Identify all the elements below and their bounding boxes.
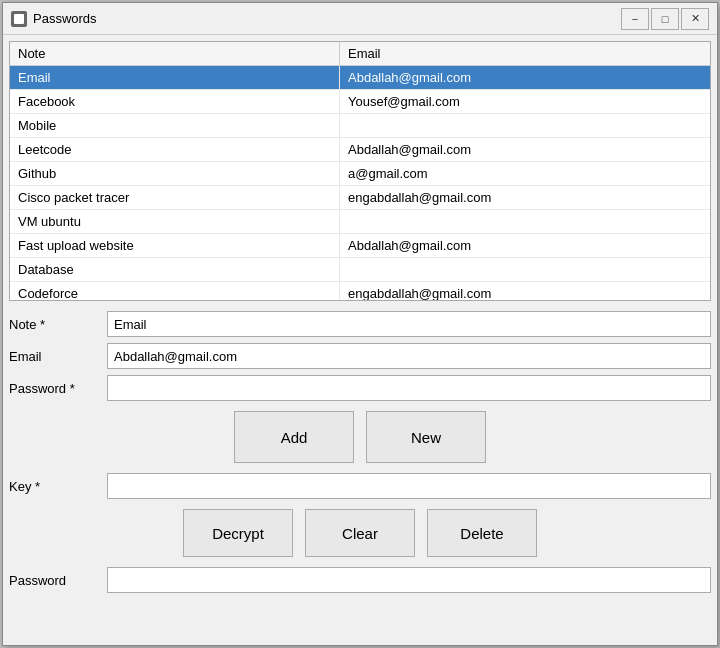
email-cell: Abdallah@gmail.com [340,66,710,89]
key-label: Key * [9,479,99,494]
note-cell: Email [10,66,340,89]
main-window: Passwords − □ ✕ Note Email EmailAbdallah… [2,2,718,646]
note-row: Note * [9,311,711,337]
email-cell: a@gmail.com [340,162,710,185]
note-cell: Mobile [10,114,340,137]
delete-button[interactable]: Delete [427,509,537,557]
table-body: EmailAbdallah@gmail.comFacebookYousef@gm… [10,66,710,301]
table-row[interactable]: VM ubuntu [10,210,710,234]
note-cell: Leetcode [10,138,340,161]
window-title: Passwords [33,11,621,26]
note-column-header: Note [10,42,340,65]
email-cell: engabdallah@gmail.com [340,282,710,301]
note-cell: Fast upload website [10,234,340,257]
bottom-password-row: Password [9,567,711,593]
note-cell: Cisco packet tracer [10,186,340,209]
table-row[interactable]: Cisco packet tracerengabdallah@gmail.com [10,186,710,210]
app-icon [11,11,27,27]
email-cell: Abdallah@gmail.com [340,234,710,257]
action-buttons: Decrypt Clear Delete [9,505,711,561]
passwords-table[interactable]: Note Email EmailAbdallah@gmail.comFacebo… [9,41,711,301]
key-input[interactable] [107,473,711,499]
password-input[interactable] [107,375,711,401]
password-label: Password * [9,381,99,396]
add-button[interactable]: Add [234,411,354,463]
bottom-password-input[interactable] [107,567,711,593]
note-cell: Facebook [10,90,340,113]
table-row[interactable]: FacebookYousef@gmail.com [10,90,710,114]
table-row[interactable]: EmailAbdallah@gmail.com [10,66,710,90]
svg-rect-0 [14,14,24,24]
form-area: Note * Email Password * Add New Key * [9,305,711,599]
password-row: Password * [9,375,711,401]
key-row: Key * [9,473,711,499]
table-row[interactable]: LeetcodeAbdallah@gmail.com [10,138,710,162]
clear-button[interactable]: Clear [305,509,415,557]
note-cell: VM ubuntu [10,210,340,233]
title-bar: Passwords − □ ✕ [3,3,717,35]
table-row[interactable]: Codeforceengabdallah@gmail.com [10,282,710,301]
table-row[interactable]: Database [10,258,710,282]
email-cell [340,258,710,281]
email-cell [340,210,710,233]
email-cell: Yousef@gmail.com [340,90,710,113]
email-cell: Abdallah@gmail.com [340,138,710,161]
maximize-button[interactable]: □ [651,8,679,30]
table-row[interactable]: Githuba@gmail.com [10,162,710,186]
email-column-header: Email [340,42,710,65]
minimize-button[interactable]: − [621,8,649,30]
note-input[interactable] [107,311,711,337]
note-cell: Codeforce [10,282,340,301]
email-input[interactable] [107,343,711,369]
email-row: Email [9,343,711,369]
bottom-password-label: Password [9,573,99,588]
email-cell [340,114,710,137]
window-controls: − □ ✕ [621,8,709,30]
table-header: Note Email [10,42,710,66]
note-cell: Database [10,258,340,281]
table-row[interactable]: Mobile [10,114,710,138]
email-label: Email [9,349,99,364]
email-cell: engabdallah@gmail.com [340,186,710,209]
table-row[interactable]: Fast upload websiteAbdallah@gmail.com [10,234,710,258]
main-content: Note Email EmailAbdallah@gmail.comFacebo… [3,35,717,645]
note-cell: Github [10,162,340,185]
new-button[interactable]: New [366,411,486,463]
note-label: Note * [9,317,99,332]
decrypt-button[interactable]: Decrypt [183,509,293,557]
close-button[interactable]: ✕ [681,8,709,30]
add-new-buttons: Add New [9,407,711,467]
